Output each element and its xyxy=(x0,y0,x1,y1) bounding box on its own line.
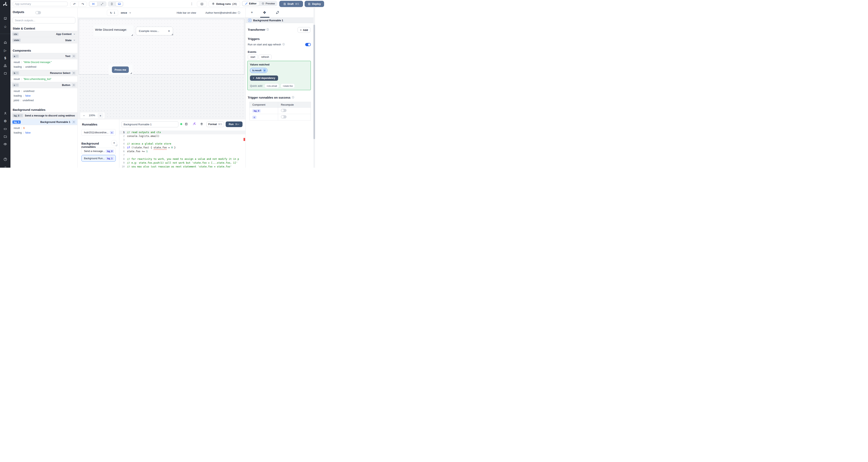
deploy-button[interactable]: Deploy xyxy=(305,1,315,7)
info-icon[interactable]: ⓘ xyxy=(282,43,285,46)
code-line[interactable]: 7 xyxy=(119,154,246,157)
code-line[interactable]: 1// read outputs and ctx xyxy=(119,131,246,134)
code-editor[interactable]: 1// read outputs and ctx2console.log(ctx… xyxy=(119,130,246,168)
cache-database-icon[interactable] xyxy=(185,122,188,126)
tab-styling[interactable] xyxy=(276,11,279,14)
runs-icon[interactable]: ▷ xyxy=(0,47,10,54)
schedules-icon[interactable] xyxy=(0,70,10,76)
zoom-out-button[interactable]: − xyxy=(82,114,87,117)
collapse-bg1-button[interactable] xyxy=(72,120,75,124)
resize-handle[interactable] xyxy=(131,34,133,36)
code-line[interactable]: 8// for reactivity to work, you need to … xyxy=(119,157,246,161)
component-row-c[interactable]: c☝ Button xyxy=(10,82,78,88)
settings-gear-icon[interactable]: ⚙ xyxy=(0,118,10,124)
help-icon[interactable] xyxy=(0,156,10,162)
code-line[interactable]: 4// access a global state store xyxy=(119,142,246,146)
delete-trash-icon[interactable] xyxy=(200,122,203,126)
canvas-button-cell[interactable]: Press me xyxy=(109,65,133,75)
quick-add-state-foo[interactable]: +state.foo xyxy=(281,84,295,88)
add-background-runnable-button[interactable]: + xyxy=(111,140,117,146)
runnable-row-bg0[interactable]: bg_0☝ Send a message to discord using we… xyxy=(10,112,78,119)
output-row-state[interactable]: state State xyxy=(10,37,78,43)
app-summary-input[interactable] xyxy=(13,2,68,6)
tab-editor[interactable]: Editor xyxy=(242,1,259,6)
code-line[interactable]: 10// you may also just reassign as next … xyxy=(119,165,246,168)
favorites-icon[interactable]: ☆ xyxy=(0,24,10,30)
run-button[interactable]: Run ⌘↵ xyxy=(226,122,243,127)
event-chip-start[interactable]: start xyxy=(248,55,258,59)
a-loading-row: loading:undefined xyxy=(10,64,36,69)
scrollbar-thumb[interactable] xyxy=(313,25,315,139)
output-row-ctx[interactable]: ctx App Context xyxy=(10,31,78,37)
tab-component-settings[interactable]: ❖ xyxy=(263,10,266,15)
debug-runs-button[interactable]: Debug runs (26) xyxy=(209,1,240,7)
run-on-start-toggle[interactable] xyxy=(305,43,311,46)
info-icon[interactable]: ⓘ xyxy=(267,28,269,31)
remove-dependency-icon[interactable]: × xyxy=(263,69,266,72)
undo-button[interactable]: ↶ xyxy=(70,2,79,6)
tab-insert-component[interactable]: + xyxy=(251,10,253,15)
runnable-row-bg1-selected[interactable]: bg_1 Background Runnable 1 xyxy=(10,119,78,125)
dependency-chip[interactable]: b.result × xyxy=(250,68,268,73)
code-line[interactable]: 2console.log(ctx.email) xyxy=(119,134,246,138)
folders-icon[interactable] xyxy=(0,134,10,139)
windmill-logo[interactable] xyxy=(2,1,8,7)
chevron-down-icon[interactable] xyxy=(73,39,75,41)
collapse-a-button[interactable] xyxy=(72,55,75,58)
canvas-resource-select[interactable]: Example resou... × xyxy=(136,27,173,35)
info-icon[interactable]: ⓘ xyxy=(292,96,294,99)
zoom-in-button[interactable]: + xyxy=(97,113,103,118)
component-row-a[interactable]: a☝ Text xyxy=(10,53,78,59)
chevron-down-icon[interactable] xyxy=(73,33,75,35)
redo-button[interactable]: ↷ xyxy=(79,2,87,6)
scrollbar-track[interactable] xyxy=(313,8,315,168)
code-line[interactable]: 5if (!state.foo) { state.foo = 0 } xyxy=(119,146,246,150)
quick-add-ctx-email[interactable]: +ctx.email xyxy=(265,84,279,88)
runnable-item-hub[interactable]: hub/1511/discord/se... c xyxy=(82,129,116,136)
kebab-menu-button[interactable]: ⋮ xyxy=(190,2,193,6)
collapse-sidebar-icon[interactable]: → xyxy=(0,163,10,168)
hide-bar-toggle[interactable] xyxy=(35,11,41,14)
event-chip-refresh[interactable]: refresh xyxy=(258,55,272,59)
users-icon[interactable] xyxy=(0,110,10,116)
press-me-button[interactable]: Press me xyxy=(112,66,129,73)
draft-button[interactable]: Draft⌘S xyxy=(279,1,303,7)
clear-selection-icon[interactable]: × xyxy=(168,29,170,33)
runnable-item-bg1-selected[interactable]: Background Run... bg_1 xyxy=(82,155,116,162)
audit-eye-icon[interactable] xyxy=(0,141,10,147)
recompute-bg0-toggle[interactable] xyxy=(281,109,286,112)
format-button[interactable]: Format ⌘S xyxy=(206,122,224,127)
variables-icon[interactable]: $ xyxy=(0,55,10,61)
canvas-text-component[interactable]: Write Discord message: xyxy=(94,26,133,36)
runnable-name-input[interactable] xyxy=(121,121,179,127)
refresh-mode-dropdown[interactable]: once xyxy=(121,10,131,16)
recompute-c-toggle[interactable] xyxy=(281,115,286,119)
component-row-b[interactable]: b☝ Resource Select xyxy=(10,70,78,76)
info-icon[interactable]: ⓘ xyxy=(238,11,240,15)
resources-icon[interactable] xyxy=(0,63,10,69)
workspace-icon[interactable] xyxy=(0,15,10,21)
home-icon[interactable] xyxy=(0,39,10,45)
collapse-c-button[interactable] xyxy=(72,83,75,87)
desktop-view-button[interactable] xyxy=(116,2,123,6)
docs-button[interactable] xyxy=(197,1,207,7)
add-transformer-button[interactable]: + Add xyxy=(298,27,310,33)
ai-wand-icon[interactable] xyxy=(192,122,196,126)
collapse-b-button[interactable] xyxy=(72,71,75,75)
resize-handle[interactable] xyxy=(130,72,132,74)
mobile-view-button[interactable] xyxy=(108,2,115,6)
values-watched-label: Values watched xyxy=(250,63,308,66)
search-outputs-input[interactable] xyxy=(13,17,75,24)
tab-preview[interactable]: Preview xyxy=(259,1,277,6)
refresh-count-button[interactable]: ↻ 1 xyxy=(107,10,118,16)
runnable-item-bg0[interactable]: Send a message... bg_0 xyxy=(82,148,116,155)
app-canvas[interactable]: Write Discord message: Example resou... … xyxy=(78,18,246,119)
code-line[interactable]: 6state.foo += 1 xyxy=(119,150,246,154)
code-line[interactable]: 3 xyxy=(119,138,246,142)
code-line[interactable]: 9// e.g: state.foo.push(1) will not work… xyxy=(119,161,246,165)
workers-robot-icon[interactable] xyxy=(0,126,10,132)
add-dependency-button[interactable]: + Add dependency xyxy=(250,75,278,81)
resize-handle[interactable] xyxy=(172,34,173,35)
center-layout-button[interactable] xyxy=(89,2,97,6)
fullscreen-layout-button[interactable] xyxy=(98,2,106,6)
